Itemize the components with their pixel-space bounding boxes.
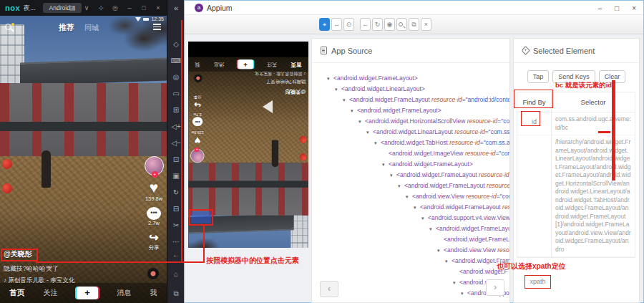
nav-关注[interactable]: 关注 [267, 61, 277, 68]
source-tree-node[interactable]: ▾<android.w [312, 277, 510, 288]
tab-local[interactable]: 同城 [84, 23, 99, 33]
location-icon[interactable]: ◎ [173, 73, 180, 82]
source-tree-node[interactable]: ▾<android.widget.FrameLayout resource-id… [312, 95, 510, 105]
selector-row-id[interactable]: id com.ss.android.ugc.aweme:id/bc [517, 112, 635, 135]
expand-arrow-icon[interactable]: ▾ [327, 73, 333, 84]
maximize-button[interactable]: □ [140, 4, 148, 11]
source-tree-node[interactable]: ▾<android.widget.FrameLayout> [312, 73, 510, 84]
appium-titlebar[interactable]: a Appium – □ × [185, 1, 643, 15]
dropdown-button[interactable]: ∨ [82, 4, 91, 11]
source-tree-node[interactable]: ▾<android.widget.FrameLayout> [312, 159, 510, 170]
volume-up-icon[interactable]: ◁+ [171, 122, 181, 131]
nox-titlebar[interactable]: nox 夜... Android 4 ▤∨⊹◎–□× [0, 0, 167, 16]
like-icon[interactable]: ♥ [190, 135, 205, 146]
home-icon[interactable]: ⌂ [174, 270, 178, 279]
swipe-by-coordinates-button[interactable]: ↔ [331, 18, 342, 31]
tap-button[interactable]: Tap [527, 70, 550, 83]
expand-arrow-icon[interactable]: ▾ [406, 191, 412, 202]
source-tree-node[interactable]: ▾<android.widget.TabHost resource-id="co… [312, 138, 510, 148]
fullscreen-icon[interactable]: ⊞ [173, 106, 179, 115]
nav-首页[interactable]: 首页 [291, 61, 301, 68]
share-icon[interactable]: ↪ [143, 231, 165, 244]
music-disc[interactable] [194, 74, 203, 82]
multi-window-icon[interactable]: ⊟ [173, 205, 179, 213]
maximize-button[interactable]: □ [615, 4, 619, 12]
expand-arrow-icon[interactable]: ▾ [366, 127, 373, 138]
source-tree-node[interactable]: <android.widget.F [312, 266, 510, 277]
expand-arrow-icon[interactable]: ▾ [335, 84, 341, 95]
clip-icon[interactable]: ✂ [173, 221, 179, 230]
search-button[interactable] [396, 18, 407, 31]
author-username[interactable]: @关晓彤 [218, 89, 306, 96]
expand-arrow-icon[interactable]: ▾ [437, 245, 444, 256]
collapse-sidebar-icon[interactable]: « [167, 4, 185, 12]
live-menu-icon[interactable] [153, 24, 161, 32]
expand-arrow-icon[interactable]: ▾ [421, 213, 428, 223]
selector-row-xpath[interactable]: /hierarchy/android.widget.FrameLayout/an… [517, 135, 635, 257]
apk-install-icon[interactable]: ▣ [172, 172, 179, 181]
share-icon[interactable]: ↪ [190, 100, 205, 109]
element-highlight[interactable] [191, 211, 211, 223]
follow-plus-icon[interactable]: + [152, 171, 158, 178]
music-disc[interactable] [147, 268, 159, 279]
author-avatar[interactable]: + [190, 149, 204, 163]
keyboard-icon[interactable]: ⌨ [171, 57, 181, 65]
source-tree-node[interactable]: <android.widget.FrameLa [312, 234, 510, 245]
nav-我[interactable]: 我 [150, 288, 157, 298]
recents-icon[interactable]: ⧉ [173, 289, 178, 298]
expand-arrow-icon[interactable]: ▾ [398, 181, 404, 191]
back-button[interactable]: ← [360, 18, 371, 31]
source-tree-node[interactable]: ▾<android.widget.FrameLayou [312, 223, 510, 234]
nav-消息[interactable]: 消息 [214, 61, 224, 68]
expand-arrow-icon[interactable]: ▾ [343, 95, 349, 105]
tap-by-coordinates-button[interactable]: ⊙ [343, 18, 354, 31]
source-tree-node[interactable]: ▾<android.widget.FrameLayout resou [312, 202, 510, 213]
source-tree-node[interactable]: ▾<android.support.v4.view.ViewPa [312, 213, 510, 223]
volume-down-icon[interactable]: ◁− [171, 139, 181, 148]
source-tree-node[interactable]: ▾<android.widget.FrameLayout resource-id… [312, 170, 510, 181]
refresh-button[interactable]: ↻ [372, 18, 383, 31]
comment-icon[interactable]: ••• [192, 117, 203, 126]
clear-button[interactable]: Clear [599, 70, 626, 83]
quit-session-button[interactable]: × [421, 18, 431, 31]
source-tree-node[interactable]: ▾<android.widget.FrameLayout resource-id… [312, 181, 510, 191]
nav-关注[interactable]: 关注 [44, 288, 58, 298]
upload-plus-button[interactable]: + [77, 287, 98, 299]
settings-button[interactable]: ◎ [111, 4, 119, 11]
back-icon[interactable]: ← [172, 251, 180, 259]
recording-button[interactable]: ◉ [384, 18, 395, 31]
minimize-button[interactable]: – [125, 4, 134, 11]
panel-button[interactable]: ▤ [68, 4, 77, 11]
source-tree-node[interactable]: <android.widget.ImageView resource-id="c… [312, 148, 510, 159]
source-tree-node[interactable]: ▾<android.view.View resource-id="com.s [312, 191, 510, 202]
tab-recommend[interactable]: 推荐 [59, 22, 74, 33]
source-tree-node[interactable]: ▾<android.view.View resou [312, 245, 510, 256]
expand-arrow-icon[interactable]: ▾ [445, 256, 452, 266]
close-button[interactable]: × [154, 4, 162, 11]
close-button[interactable]: × [632, 4, 636, 12]
comment-icon[interactable]: ••• [147, 207, 161, 220]
expand-arrow-icon[interactable]: ▾ [358, 116, 365, 127]
expand-arrow-icon[interactable]: ▾ [374, 138, 381, 148]
follow-plus-icon[interactable]: + [195, 148, 199, 152]
screen-icon[interactable]: ▭ [172, 90, 179, 98]
expand-arrow-icon[interactable]: ▾ [382, 159, 389, 170]
shake-icon[interactable]: ◇ [173, 40, 179, 49]
expand-arrow-icon[interactable]: ▾ [461, 288, 467, 299]
author-username[interactable]: @关晓彤 [4, 249, 125, 259]
like-icon[interactable]: ♥ [143, 180, 165, 196]
sync-icon[interactable]: ↻ [173, 188, 179, 197]
expand-arrow-icon[interactable]: ▾ [390, 170, 396, 181]
source-tree-node[interactable]: ▾<android.widget.LinearLayout> [312, 84, 510, 95]
screenshot-icon[interactable]: ⊡ [173, 155, 179, 164]
nav-我[interactable]: 我 [195, 61, 200, 68]
expand-arrow-icon[interactable]: ▾ [351, 105, 357, 116]
minimize-button[interactable]: – [598, 4, 602, 12]
source-tree-node[interactable]: ▾<android.widget.LinearLayout resource-i… [312, 127, 510, 138]
source-tree-node[interactable]: ▾<android.widget.HorizontalScrollView re… [312, 116, 510, 127]
resize-button[interactable]: ⊹ [97, 4, 105, 11]
more-icon[interactable]: ⋯ [172, 238, 180, 246]
douyin-phone-screen[interactable]: 12:35 推荐 同城 + ♥ 139.8w ••• 2.7w ↪ 分享 [0, 16, 167, 303]
expand-arrow-icon[interactable]: ▾ [414, 202, 420, 213]
source-scroll-right-button[interactable]: › [486, 279, 504, 296]
